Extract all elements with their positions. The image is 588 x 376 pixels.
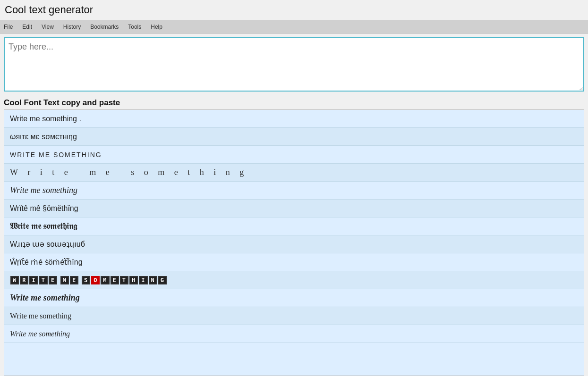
list-item[interactable]: Write me something xyxy=(4,325,584,343)
list-item[interactable]: Wɹıʇǝ ɯǝ soɯǝʇɥıuб xyxy=(4,235,584,253)
app-title: Cool text generator xyxy=(0,0,588,20)
font-text-boxed: WRITE ME SOMETHING xyxy=(10,276,167,284)
font-text-old-english: Write me something xyxy=(10,312,71,320)
list-item[interactable]: Write me something xyxy=(4,307,584,325)
text-input[interactable] xyxy=(4,37,584,92)
toolbar-file[interactable]: File xyxy=(2,23,15,31)
font-text-spaced: W r i t e m e s o m e t h i n g xyxy=(10,167,247,177)
toolbar-bookmarks[interactable]: Bookmarks xyxy=(88,23,120,31)
toolbar-view[interactable]: View xyxy=(40,23,56,31)
list-item[interactable]: ωяιтε мє ѕσмєтнιηg xyxy=(4,128,584,146)
list-item[interactable]: Ŵŗïẗé ṁé ṡöṁéẗḧïng xyxy=(4,253,584,271)
font-text-bold-italic: Write me something xyxy=(10,293,80,303)
font-text-diacritic: Wrïtê mê §ömëthïng xyxy=(10,204,78,213)
list-item[interactable]: WRITE ME SOMETHING xyxy=(4,271,584,289)
toolbar-history[interactable]: History xyxy=(61,23,83,31)
font-list[interactable]: . gnihtemos em etirW ωяιтε мє ѕσмєтнιηg … xyxy=(4,109,584,376)
list-item[interactable]: Write me something xyxy=(4,182,584,200)
font-text-striked: Ŵŗïẗé ṁé ṡöṁéẗḧïng xyxy=(10,258,83,267)
font-text-mixed: ωяιтε мє ѕσмєтнιηg xyxy=(10,133,77,141)
list-item[interactable]: WRITE ME SOMETHING xyxy=(4,146,584,164)
toolbar-bar: File Edit View History Bookmarks Tools H… xyxy=(0,20,588,33)
font-text-italic: Write me something xyxy=(10,185,77,195)
font-text-upside: Wɹıʇǝ ɯǝ soɯǝʇɥıuб xyxy=(10,240,85,249)
main-content: Cool Font Text copy and paste . gnihtemo… xyxy=(0,33,588,376)
list-item[interactable]: . gnihtemos em etirW xyxy=(4,110,584,128)
list-item[interactable]: Write me something xyxy=(4,289,584,307)
toolbar-edit[interactable]: Edit xyxy=(20,23,34,31)
section-title: Cool Font Text copy and paste xyxy=(4,98,584,108)
font-text-cursive: Write me something xyxy=(10,330,70,338)
list-item[interactable]: 𝔚𝔯𝔦𝔱𝔢 𝔪𝔢 𝔰𝔬𝔪𝔢𝔱𝔥𝔦𝔫𝔤 xyxy=(4,217,584,235)
toolbar-help[interactable]: Help xyxy=(149,23,164,31)
list-item[interactable]: W r i t e m e s o m e t h i n g xyxy=(4,164,584,182)
font-text-wide: WRITE ME SOMETHING xyxy=(10,151,102,159)
font-text-reversed: . gnihtemos em etirW xyxy=(10,115,81,123)
toolbar-tools[interactable]: Tools xyxy=(126,23,143,31)
list-item[interactable]: Wrïtê mê §ömëthïng xyxy=(4,200,584,217)
font-text-blackletter: 𝔚𝔯𝔦𝔱𝔢 𝔪𝔢 𝔰𝔬𝔪𝔢𝔱𝔥𝔦𝔫𝔤 xyxy=(10,221,77,231)
